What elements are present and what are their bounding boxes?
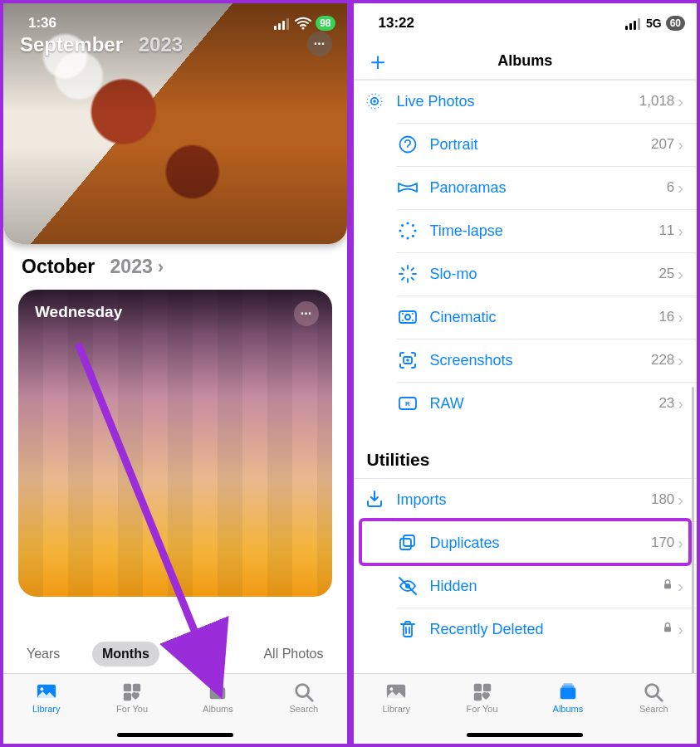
svg-rect-60 xyxy=(482,684,490,691)
album-label: Slo-mo xyxy=(430,266,659,283)
album-row-hidden[interactable]: Hidden › xyxy=(397,564,698,608)
tab-library[interactable]: Library xyxy=(3,681,89,714)
portrait-icon xyxy=(397,134,430,155)
album-row-raw[interactable]: R RAW 23 › xyxy=(397,382,698,425)
album-row-imports[interactable]: Imports 180 › xyxy=(354,478,698,521)
album-row-recently deleted[interactable]: Recently Deleted › xyxy=(397,608,698,651)
chevron-right-icon: › xyxy=(678,491,683,508)
svg-rect-12 xyxy=(212,686,224,688)
album-row-time-lapse[interactable]: Time-lapse 11 › xyxy=(397,209,698,252)
svg-rect-61 xyxy=(473,693,481,701)
album-count: 6 xyxy=(667,179,674,196)
svg-line-66 xyxy=(657,696,663,701)
chevron-right-icon: › xyxy=(678,266,683,282)
chevron-right-icon: › xyxy=(678,179,683,196)
page-title: Albums xyxy=(497,52,552,70)
segment-years[interactable]: Years xyxy=(17,642,70,666)
svg-point-4 xyxy=(302,27,305,29)
home-indicator[interactable] xyxy=(117,733,233,737)
network-label: 5G xyxy=(646,17,662,30)
tab-library[interactable]: Library xyxy=(354,681,439,714)
for-you-icon xyxy=(120,681,144,702)
album-label: RAW xyxy=(430,395,659,413)
svg-rect-59 xyxy=(473,684,481,691)
svg-point-52 xyxy=(405,583,410,588)
svg-point-7 xyxy=(40,687,43,691)
album-row-slo-mo[interactable]: Slo-mo 25 › xyxy=(397,252,698,295)
nav-bar: ＋ Albums xyxy=(354,43,698,80)
tab-for-you[interactable]: For You xyxy=(439,681,525,714)
status-time: 1:36 xyxy=(28,15,56,32)
album-label: Hidden xyxy=(430,578,662,595)
album-label: Recently Deleted xyxy=(430,621,662,638)
svg-rect-53 xyxy=(664,583,671,588)
more-button[interactable]: ··· xyxy=(294,301,319,326)
albums-icon xyxy=(205,681,230,702)
segment-all-photos[interactable]: All Photos xyxy=(253,642,333,666)
scrollbar[interactable] xyxy=(692,387,694,673)
add-album-button[interactable]: ＋ xyxy=(365,49,390,74)
svg-rect-13 xyxy=(213,683,223,685)
album-row-cinematic[interactable]: Cinematic 16 › xyxy=(397,295,698,339)
day-card-wednesday[interactable]: Wednesday ··· xyxy=(18,290,332,597)
svg-line-36 xyxy=(402,268,404,271)
slomo-icon xyxy=(397,263,430,285)
raw-icon: R xyxy=(397,393,430,414)
albums-list[interactable]: Live Photos 1,018 › Portrait 207 › Panor… xyxy=(354,80,698,673)
album-row-portrait[interactable]: Portrait 207 › xyxy=(397,123,698,166)
album-label: Duplicates xyxy=(430,535,651,552)
album-count: 16 xyxy=(658,309,674,325)
lock-icon xyxy=(661,619,674,639)
library-icon xyxy=(384,681,409,702)
chevron-right-icon: › xyxy=(678,136,683,153)
svg-point-31 xyxy=(401,224,404,227)
svg-rect-63 xyxy=(562,686,575,688)
cinematic-icon xyxy=(397,306,430,328)
tab-for-you[interactable]: For You xyxy=(89,681,174,714)
album-count: 180 xyxy=(651,491,674,508)
album-row-live photos[interactable]: Live Photos 1,018 › xyxy=(354,80,698,123)
svg-rect-16 xyxy=(625,26,628,30)
svg-rect-51 xyxy=(400,539,411,549)
svg-rect-1 xyxy=(278,23,281,30)
album-count: 25 xyxy=(658,266,674,282)
tab-albums[interactable]: Albums xyxy=(175,681,261,714)
chevron-right-icon: › xyxy=(678,621,683,637)
segment-days[interactable]: Days xyxy=(181,642,231,666)
album-label: Cinematic xyxy=(430,309,659,326)
album-row-panoramas[interactable]: Panoramas 6 › xyxy=(397,166,698,209)
tab-albums[interactable]: Albums xyxy=(525,681,610,714)
svg-point-47 xyxy=(406,359,409,362)
svg-rect-8 xyxy=(124,684,131,691)
svg-rect-11 xyxy=(210,687,226,699)
svg-rect-56 xyxy=(664,627,671,632)
chevron-right-icon: › xyxy=(678,395,683,412)
chevron-right-icon: › xyxy=(678,309,683,325)
album-row-screenshots[interactable]: Screenshots 228 › xyxy=(397,339,698,382)
chevron-right-icon: › xyxy=(678,222,683,239)
album-row-duplicates[interactable]: Duplicates 170 › xyxy=(397,521,698,564)
tab-search[interactable]: Search xyxy=(611,681,697,714)
svg-rect-3 xyxy=(286,18,289,30)
status-bar: 1:36 98 xyxy=(3,3,347,43)
svg-rect-0 xyxy=(274,26,277,30)
tab-search[interactable]: Search xyxy=(261,681,346,714)
segment-months[interactable]: Months xyxy=(92,642,159,666)
album-count: 11 xyxy=(658,222,674,239)
svg-rect-17 xyxy=(629,23,632,30)
chevron-right-icon: › xyxy=(678,578,683,594)
home-indicator[interactable] xyxy=(467,733,583,737)
svg-point-45 xyxy=(405,315,410,320)
album-count: 170 xyxy=(651,535,674,551)
lock-icon xyxy=(661,576,674,596)
svg-point-25 xyxy=(411,224,414,227)
imports-icon xyxy=(364,489,397,510)
chevron-right-icon: › xyxy=(678,352,683,369)
month-header[interactable]: October 2023 › xyxy=(22,256,332,278)
svg-point-58 xyxy=(390,687,394,691)
chevron-right-icon: › xyxy=(678,535,683,551)
album-label: Live Photos xyxy=(397,93,639,110)
view-segmented-control[interactable]: Years Months Days All Photos xyxy=(17,637,334,671)
svg-point-41 xyxy=(402,313,404,315)
album-label: Imports xyxy=(397,491,651,509)
